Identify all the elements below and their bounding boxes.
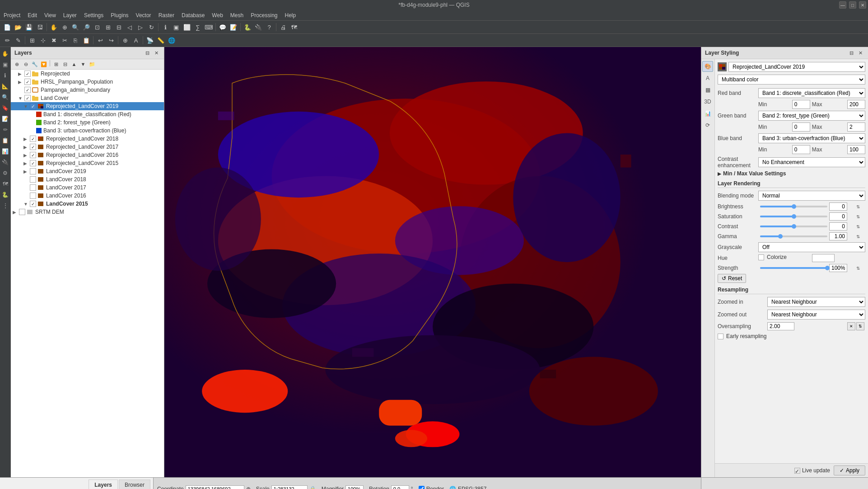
layers-close-button[interactable]: ✕: [152, 49, 160, 57]
zoom-full-button[interactable]: ⊡: [92, 22, 102, 32]
expand-all-button[interactable]: ⊞: [52, 60, 60, 68]
blue-band-dropdown[interactable]: Band 3: urban-coverfraction (Blue): [758, 133, 865, 143]
side-plugins-icon[interactable]: 🔌: [0, 157, 10, 167]
brightness-input[interactable]: [829, 202, 847, 211]
digitize-btn[interactable]: ✏: [2, 35, 12, 45]
statistics-button[interactable]: ∑: [193, 22, 203, 32]
blending-dropdown[interactable]: Normal: [758, 191, 865, 201]
browser-btn[interactable]: 🌐: [167, 35, 177, 45]
coordinate-input[interactable]: [186, 485, 244, 489]
side-processing-icon[interactable]: ⚙: [0, 168, 10, 178]
undo-btn[interactable]: ↩: [95, 35, 105, 45]
layer-item-srtm[interactable]: ▶ SRTM DEM: [11, 208, 164, 216]
menu-help[interactable]: Help: [281, 10, 300, 20]
strength-thumb[interactable]: [825, 266, 830, 270]
expand-reprojected[interactable]: ▶: [18, 71, 24, 76]
expand-srtm[interactable]: ▶: [13, 210, 19, 215]
layer-item-lc2016[interactable]: ▶ ✓ Reprojected_LandCover 2016: [11, 151, 164, 159]
contrast-dropdown[interactable]: No Enhancement: [758, 157, 865, 167]
expand-orig-lc2019[interactable]: ▶: [23, 169, 30, 174]
layer-item-pampanga[interactable]: ✓ Pampanga_admin_boundary: [11, 86, 164, 94]
group-button[interactable]: 📁: [88, 60, 96, 68]
checkbox-orig-lc2019[interactable]: [30, 168, 36, 174]
checkbox-lc2017[interactable]: ✓: [30, 144, 36, 150]
zoom-in-button[interactable]: 🔍: [70, 22, 80, 32]
style-paint-icon[interactable]: 🎨: [702, 61, 713, 72]
identify-button[interactable]: ℹ: [160, 22, 170, 32]
side-layer-icon[interactable]: 📋: [0, 136, 10, 146]
open-project-button[interactable]: 📂: [13, 22, 23, 32]
styling-close-button[interactable]: ✕: [856, 49, 864, 57]
plugins-button[interactable]: 🔌: [253, 22, 263, 32]
copy-btn[interactable]: ⎘: [70, 35, 80, 45]
label-btn[interactable]: A: [131, 35, 141, 45]
checkbox-lc2019[interactable]: ✓: [30, 103, 36, 109]
style-diagram-icon[interactable]: 📊: [702, 108, 713, 119]
layer-item-reprojected[interactable]: ▶ ✓ Reprojected: [11, 70, 164, 78]
menu-settings[interactable]: Settings: [80, 10, 107, 20]
menu-view[interactable]: View: [41, 10, 60, 20]
checkbox-orig-lc2016[interactable]: [30, 193, 36, 199]
side-more-icon[interactable]: ⋮: [0, 201, 10, 211]
contrast-thumb[interactable]: [792, 224, 796, 229]
menu-raster[interactable]: Raster: [155, 10, 178, 20]
saturation-input[interactable]: [829, 212, 847, 221]
help-button[interactable]: ?: [264, 22, 274, 32]
save-project-button[interactable]: 💾: [24, 22, 34, 32]
annotation-button[interactable]: 📝: [229, 22, 238, 32]
zoomed-in-dropdown[interactable]: Nearest Neighbour: [767, 297, 865, 307]
saturation-spin[interactable]: ⇅: [856, 214, 865, 219]
side-stats-icon[interactable]: 📊: [0, 146, 10, 156]
georef-btn[interactable]: ⊕: [120, 35, 130, 45]
cut-btn[interactable]: ✂: [60, 35, 70, 45]
gamma-thumb[interactable]: [778, 234, 783, 239]
checkbox-land-cover[interactable]: ✓: [24, 95, 31, 101]
tab-browser[interactable]: Browser: [119, 480, 150, 489]
menu-database[interactable]: Database: [178, 10, 208, 20]
menu-web[interactable]: Web: [208, 10, 226, 20]
layers-dock-button[interactable]: ⊟: [143, 49, 151, 57]
expand-lc2018[interactable]: ▶: [23, 136, 30, 141]
expand-lc2016[interactable]: ▶: [23, 153, 30, 158]
expand-lc2019[interactable]: ▼: [23, 104, 30, 109]
move-up-button[interactable]: ▲: [70, 60, 78, 68]
remove-layer-button[interactable]: ⊖: [22, 60, 30, 68]
side-annotation-icon[interactable]: 📝: [0, 114, 10, 124]
oversampling-spin-button[interactable]: ⇅: [856, 322, 864, 330]
layer-name-dropdown[interactable]: Reprojected_LandCover 2019: [728, 62, 865, 72]
filter-layer-button[interactable]: 🔽: [40, 60, 48, 68]
red-min-input[interactable]: [792, 100, 810, 109]
brightness-spin[interactable]: ⇅: [856, 204, 865, 209]
menu-edit[interactable]: Edit: [24, 10, 41, 20]
checkbox-lc2016[interactable]: ✓: [30, 152, 36, 158]
colorize-checkbox[interactable]: [758, 254, 764, 260]
vertex-btn[interactable]: ⊹: [38, 35, 48, 45]
brightness-thumb[interactable]: [792, 204, 796, 209]
expand-land-cover[interactable]: ▼: [18, 96, 24, 101]
layer-item-band2[interactable]: Band 2: forest_type (Green): [11, 118, 164, 127]
render-checkbox[interactable]: [419, 486, 425, 489]
checkbox-orig-lc2017[interactable]: [30, 184, 36, 191]
side-geom-icon[interactable]: 🗺: [0, 179, 10, 189]
scale-input[interactable]: [271, 485, 308, 489]
checkbox-orig-lc2015[interactable]: ✓: [30, 201, 36, 207]
gamma-spin[interactable]: ⇅: [856, 234, 865, 239]
map-tips-button[interactable]: 💬: [218, 22, 228, 32]
saturation-thumb[interactable]: [792, 214, 796, 219]
hue-color-swatch[interactable]: [812, 254, 835, 262]
checkbox-srtm[interactable]: [19, 209, 25, 215]
side-identify-icon[interactable]: ℹ: [0, 71, 10, 80]
magnifier-input[interactable]: [345, 485, 364, 489]
paste-btn[interactable]: 📋: [81, 35, 91, 45]
delete-btn[interactable]: ✖: [49, 35, 59, 45]
layer-item-lc2018[interactable]: ▶ ✓ Reprojected_LandCover 2018: [11, 135, 164, 143]
layer-item-lc2015[interactable]: ▶ ✓ Reprojected_LandCover 2015: [11, 159, 164, 167]
deselect-button[interactable]: ⬜: [182, 22, 192, 32]
side-digitize-icon[interactable]: ✏: [0, 125, 10, 135]
expand-orig-lc2015[interactable]: ▼: [23, 202, 30, 207]
layout-button[interactable]: 🖨: [278, 22, 288, 32]
move-down-button[interactable]: ▼: [79, 60, 87, 68]
edit-btn[interactable]: ✎: [13, 35, 23, 45]
scale-lock-icon[interactable]: 🔒: [309, 486, 316, 489]
pan-button[interactable]: ✋: [49, 22, 59, 32]
